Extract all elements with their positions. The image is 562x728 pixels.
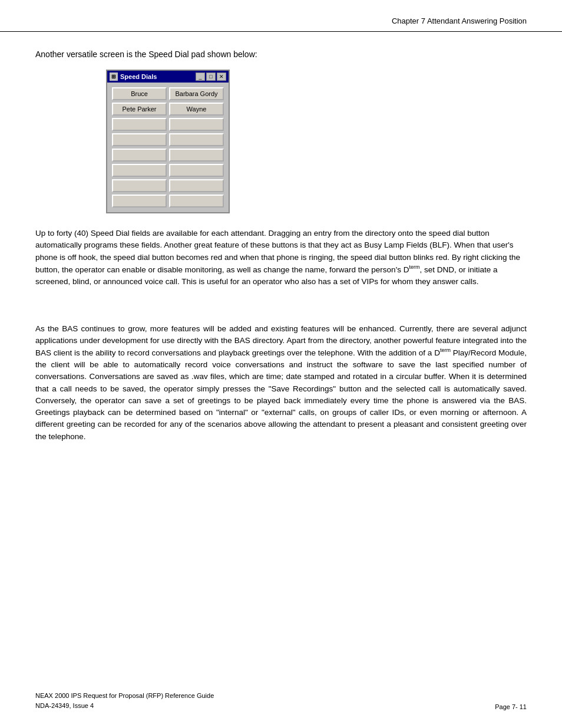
- page-header: Chapter 7 Attendant Answering Position: [0, 0, 562, 32]
- footer-right: Page 7- 11: [495, 703, 527, 710]
- close-button[interactable]: ✕: [217, 73, 226, 81]
- titlebar-buttons: _ □ ✕: [196, 73, 226, 81]
- window-icon: ⊞: [110, 73, 118, 81]
- minimize-button[interactable]: _: [196, 73, 205, 81]
- window-title: Speed Dials: [120, 73, 157, 80]
- speed-dial-button-2[interactable]: Barbara Gordy: [169, 87, 224, 100]
- speed-dial-button-1[interactable]: Bruce: [112, 87, 167, 100]
- paragraph1-superscript: term: [409, 264, 419, 270]
- maximize-button[interactable]: □: [206, 73, 216, 81]
- paragraph2-superscript: term: [440, 347, 451, 353]
- speed-dial-body: Bruce Barbara Gordy Pete Parker Wayne: [107, 83, 229, 212]
- speed-dial-title: ⊞ Speed Dials: [110, 73, 157, 81]
- spacer: [35, 299, 527, 323]
- speed-dial-button-13[interactable]: [112, 179, 167, 192]
- speed-dial-button-6[interactable]: [169, 118, 224, 131]
- body-paragraph-1: Up to forty (40) Speed Dial fields are a…: [35, 228, 527, 288]
- speed-dial-grid: Bruce Barbara Gordy Pete Parker Wayne: [112, 87, 224, 207]
- page-container: Chapter 7 Attendant Answering Position A…: [0, 0, 562, 728]
- speed-dial-button-8[interactable]: [169, 133, 224, 146]
- speed-dial-window-container: ⊞ Speed Dials _ □ ✕ Bruce Barbara Gordy: [106, 70, 230, 213]
- footer-left-line2: NDA-24349, Issue 4: [35, 701, 214, 711]
- speed-dial-button-16[interactable]: [169, 195, 224, 207]
- speed-dial-window: ⊞ Speed Dials _ □ ✕ Bruce Barbara Gordy: [106, 70, 230, 213]
- speed-dial-titlebar: ⊞ Speed Dials _ □ ✕: [107, 71, 229, 83]
- page-content: Another versatile screen is the Speed Di…: [0, 32, 562, 478]
- speed-dial-button-12[interactable]: [169, 164, 224, 177]
- speed-dial-button-9[interactable]: [112, 149, 167, 162]
- page-footer: NEAX 2000 IPS Request for Proposal (RFP)…: [35, 691, 527, 710]
- speed-dial-button-7[interactable]: [112, 133, 167, 146]
- footer-left: NEAX 2000 IPS Request for Proposal (RFP)…: [35, 691, 214, 710]
- speed-dial-button-14[interactable]: [169, 179, 224, 192]
- intro-text: Another versatile screen is the Speed Di…: [35, 50, 527, 59]
- speed-dial-button-4[interactable]: Wayne: [169, 103, 224, 116]
- speed-dial-button-15[interactable]: [112, 195, 167, 207]
- speed-dial-button-11[interactable]: [112, 164, 167, 177]
- speed-dial-button-10[interactable]: [169, 149, 224, 162]
- footer-left-line1: NEAX 2000 IPS Request for Proposal (RFP)…: [35, 691, 214, 701]
- speed-dial-button-5[interactable]: [112, 118, 167, 131]
- paragraph2-text-after: Play/Record Module, the client will be a…: [35, 348, 527, 441]
- body-paragraph-2: As the BAS continues to grow, more featu…: [35, 323, 527, 443]
- speed-dial-button-3[interactable]: Pete Parker: [112, 103, 167, 116]
- chapter-header: Chapter 7 Attendant Answering Position: [392, 17, 527, 25]
